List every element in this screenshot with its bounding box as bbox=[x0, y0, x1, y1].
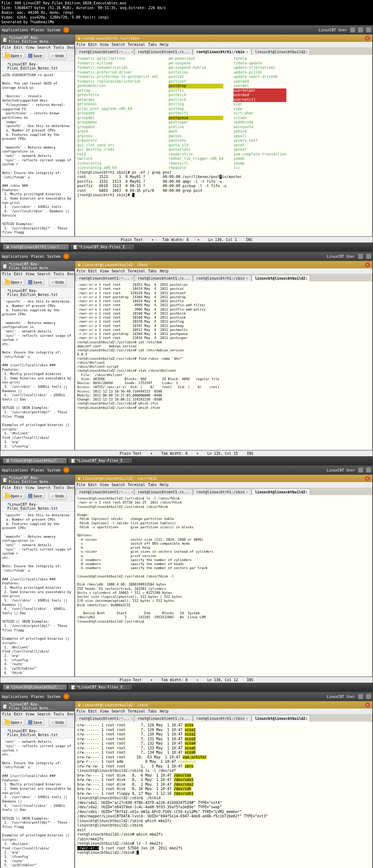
places-menu[interactable]: Places bbox=[31, 255, 44, 259]
gedit-window: 📝*LinuxCBT_Key-Files_Edition_Note... Fil… bbox=[0, 261, 75, 450]
network-icon[interactable] bbox=[350, 27, 355, 32]
gedit-window: 📝*LinuxCBT_Key-Files_Edition_Note... Fil… bbox=[0, 474, 75, 677]
gnome-panel: Applications Places System LinuxCBT User bbox=[0, 252, 373, 261]
undo-button[interactable]: Undo bbox=[49, 278, 67, 286]
term-menu-edit[interactable]: Edit bbox=[88, 43, 97, 47]
undo-icon bbox=[51, 53, 54, 59]
terminal-window: 🖥root@linuxcbtrh1:/usr/sbin× File Edit V… bbox=[75, 34, 373, 237]
open-button[interactable]: Open▾ bbox=[2, 279, 25, 285]
close-icon[interactable]: × bbox=[365, 36, 370, 41]
applications-menu[interactable]: Applications bbox=[2, 255, 28, 259]
taskbar: 🖥root@linuxcbtrh1:/usr/... 📝*LinuxCBT_Ke… bbox=[0, 242, 373, 251]
term-tab-2[interactable]: root@linuxcbtcent1:/s...× bbox=[134, 275, 193, 281]
menu-view[interactable]: View bbox=[25, 46, 34, 50]
term-menu-search[interactable]: Search bbox=[111, 43, 125, 47]
term-menu-tabs[interactable]: Tabs bbox=[148, 43, 157, 47]
gedit-toolbar: Open▾ Save Undo bbox=[1, 51, 74, 61]
term-menu-help[interactable]: Help bbox=[160, 43, 169, 47]
save-icon bbox=[28, 54, 32, 58]
firefox-icon[interactable] bbox=[63, 694, 69, 699]
task-terminal[interactable]: 🖥root@linuxcbtrh1:/usr/... bbox=[3, 244, 69, 250]
video-metadata: File: 006_LinuxCBT_Key-Files_Edition_SBI… bbox=[0, 0, 373, 25]
undo-button[interactable]: Undo bbox=[49, 52, 67, 60]
places-menu[interactable]: Places bbox=[31, 28, 44, 32]
term-tab-4[interactable]: linuxcbt@linuxcbtbuild2: /...× bbox=[252, 48, 310, 55]
terminal-tabs: root@linuxcbtcent1:~...× root@linuxcbtce… bbox=[75, 274, 372, 281]
user-label: LinuxCBT User bbox=[327, 255, 355, 259]
close-icon[interactable]: × bbox=[192, 50, 193, 54]
terminal-content[interactable]: crw------- 1 root root 7, 128 May 1 10:4… bbox=[75, 722, 372, 868]
user-label: LinuxCBT User bbox=[319, 28, 347, 32]
gedit-content[interactable]: 'cpuinfo' - Use this to determine: a. Nu… bbox=[1, 512, 74, 676]
term-tab-1[interactable]: root@linuxcbtcent1:~...× bbox=[76, 275, 134, 281]
term-menu-terminal[interactable]: Terminal bbox=[127, 43, 145, 47]
screenshot-2: Applications Places System LinuxCBT User… bbox=[0, 252, 373, 465]
task-gedit[interactable]: 📝*LinuxCBT_Key-Files_E... bbox=[68, 458, 133, 464]
terminal-menubar: FileEditViewSearchTerminalTabsHelp bbox=[75, 268, 372, 274]
screenshot-3: Applications Places System LinuxCBT User… bbox=[0, 465, 373, 692]
terminal-menubar: File Edit View Search Terminal Tabs Help bbox=[75, 42, 372, 48]
open-button[interactable]: Open▾ bbox=[2, 719, 25, 726]
firefox-icon[interactable] bbox=[63, 467, 69, 473]
gedit-content[interactable]: 'net/' - network details 'sys/' - reflec… bbox=[1, 738, 74, 868]
statusbar: Plain Text▾ Tab Width: 8▾ Ln 130, Col 1 … bbox=[0, 237, 373, 242]
terminal-titlebar[interactable]: 🖥linuxcbt@linuxcbtbuild2: /boot× bbox=[75, 261, 372, 268]
undo-button[interactable]: Undo bbox=[49, 718, 67, 726]
taskbar: 🖥linuxcbt@linuxcbtbuil... 📝*LinuxCBT_Key… bbox=[0, 456, 373, 465]
screenshot-1: Applications Places System LinuxCBT User… bbox=[0, 25, 373, 252]
system-menu[interactable]: System bbox=[47, 255, 60, 259]
sound-icon[interactable] bbox=[366, 254, 371, 259]
terminal-content[interactable]: linuxcbt@linuxcbtbuild2:/usr/sbin$ ls -l… bbox=[75, 495, 372, 676]
gedit-menubar: FileEditViewSearchToolsDocumentsHelp bbox=[1, 271, 74, 277]
gnome-panel: Applications Places System LinuxCBT User bbox=[0, 466, 373, 474]
system-menu[interactable]: System bbox=[47, 28, 60, 32]
menu-file[interactable]: File bbox=[2, 46, 11, 50]
applications-menu[interactable]: Applications bbox=[2, 28, 28, 32]
term-tab-2[interactable]: root@linuxcbtcent1:/s...× bbox=[134, 48, 193, 55]
menu-edit[interactable]: Edit bbox=[14, 46, 23, 50]
gedit-titlebar[interactable]: 📝*LinuxCBT_Key-Files_Edition_Note... bbox=[1, 261, 74, 271]
gedit-window: 📝*LinuxCBT_Key-Files_Edition_Note... Fil… bbox=[0, 701, 75, 868]
open-button[interactable]: Open▾ bbox=[2, 52, 25, 59]
close-icon[interactable]: × bbox=[131, 50, 133, 54]
term-menu-view[interactable]: View bbox=[100, 43, 109, 47]
save-button[interactable]: Save bbox=[25, 52, 44, 59]
task-gedit[interactable]: 📝*LinuxCBT_Key-Files_E... bbox=[70, 244, 135, 250]
close-icon[interactable]: × bbox=[365, 476, 370, 481]
terminal-tabs: root@linuxcbtcent1:~...× root@linuxcbtce… bbox=[75, 48, 372, 55]
gedit-tab[interactable]: 📄*LinuxCBT_Key-Files_Edition_Notes.txt bbox=[1, 288, 74, 298]
term-tab-3[interactable]: root@linuxcbtrh1:/sbin× bbox=[193, 48, 251, 55]
terminal-window: 🖥linuxcbt@linuxcbtbuild2: /sbin× FileEdi… bbox=[75, 701, 373, 868]
close-icon[interactable]: × bbox=[246, 50, 248, 54]
gedit-tab[interactable]: 📄*LinuxCBT_Key-Files_Edition_Notes.txt bbox=[1, 61, 74, 72]
terminal-titlebar[interactable]: 🖥root@linuxcbtrh1:/usr/sbin× bbox=[75, 35, 372, 42]
folder-icon bbox=[5, 54, 10, 58]
close-icon[interactable]: × bbox=[365, 702, 370, 707]
firefox-icon[interactable] bbox=[63, 253, 69, 259]
sound-icon[interactable] bbox=[358, 27, 363, 32]
terminal-content[interactable]: foomatic-getpjloptionsfoomatic-kitloadfo… bbox=[75, 55, 372, 236]
save-button[interactable]: Save bbox=[25, 279, 44, 285]
term-tab-4[interactable]: linuxcbt@linuxcbtbuild2: /...× bbox=[252, 275, 310, 281]
term-menu-file[interactable]: File bbox=[76, 43, 85, 47]
term-tab-1[interactable]: root@linuxcbtcent1:~...× bbox=[76, 48, 134, 55]
terminal-window: 🖥linuxcbt@linuxcbtbuild2: /usr/sbin× Fil… bbox=[75, 474, 373, 677]
network-icon[interactable] bbox=[358, 254, 363, 259]
gedit-titlebar[interactable]: 📝*LinuxCBT_Key-Files_Edition_Note... bbox=[1, 35, 74, 45]
task-terminal[interactable]: 🖥linuxcbt@linuxcbtbuil... bbox=[3, 458, 67, 464]
firefox-icon[interactable] bbox=[63, 27, 69, 33]
power-icon[interactable] bbox=[366, 27, 371, 32]
undo-button[interactable]: Undo bbox=[49, 492, 67, 500]
gedit-window: 📝*LinuxCBT_Key-Files_Edition_Note... Fil… bbox=[0, 34, 75, 237]
gedit-content[interactable]: 'cpuinfo' - Use this to determine: a. Nu… bbox=[1, 298, 74, 450]
gedit-content[interactable]: a226-41030287510# ro quiet' Note: You ca… bbox=[1, 72, 74, 236]
terminal-content[interactable]: -rwxr-xr-x 1 root root 18352 May 4 2011 … bbox=[75, 281, 372, 450]
menu-tools[interactable]: Tools bbox=[53, 46, 64, 50]
save-button[interactable]: Save bbox=[25, 719, 44, 726]
menu-search[interactable]: Search bbox=[37, 46, 50, 50]
close-icon[interactable]: × bbox=[365, 262, 370, 267]
screenshot-4: Applications Places System LinuxCBT User… bbox=[0, 692, 373, 868]
save-button[interactable]: Save bbox=[25, 493, 44, 499]
term-tab-3[interactable]: root@linuxcbtrh1:/sbin× bbox=[193, 275, 251, 281]
open-button[interactable]: Open▾ bbox=[2, 493, 25, 499]
